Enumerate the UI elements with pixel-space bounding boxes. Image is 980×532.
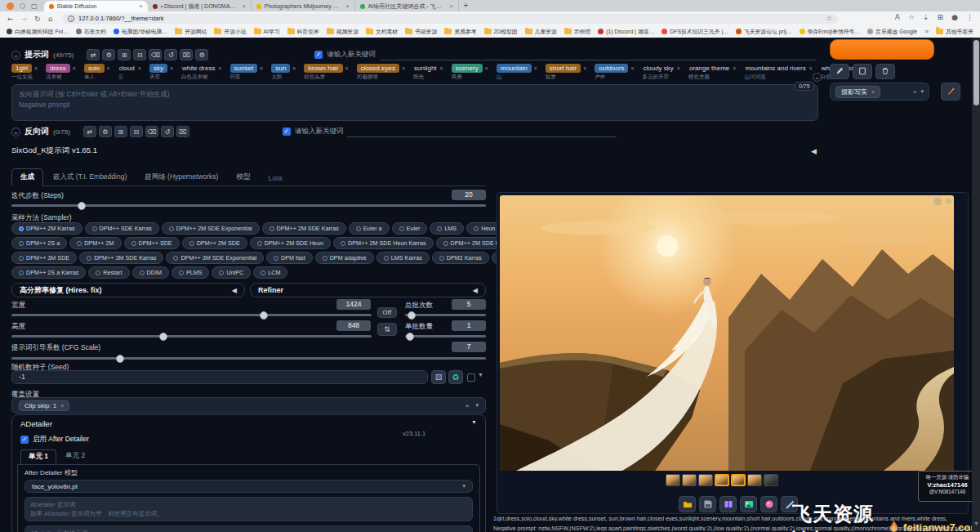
- style-chip[interactable]: 摄影写实 ×: [835, 86, 880, 98]
- batch-size-slider[interactable]: [405, 335, 486, 338]
- bookmark-item[interactable]: 飞天资源论坛 prij…: [736, 28, 792, 36]
- tag-remove-icon[interactable]: ×: [583, 65, 586, 71]
- cfg-value[interactable]: 7: [452, 342, 486, 352]
- delete-style-button[interactable]: [875, 64, 895, 79]
- keyword-input[interactable]: [380, 50, 817, 60]
- bookmark-item[interactable]: DFS技术知识三孔齐 |…: [662, 28, 728, 36]
- tag-chip[interactable]: scenery: [452, 64, 483, 73]
- negative-tool-icon[interactable]: ⚙: [99, 126, 112, 137]
- dropdown-arrow-icon[interactable]: ▾: [475, 402, 479, 409]
- tag-remove-icon[interactable]: ×: [345, 65, 349, 71]
- tag-chip[interactable]: mountain: [497, 64, 532, 73]
- bookmarks-overflow-icon[interactable]: »: [925, 28, 929, 35]
- height-value[interactable]: 848: [336, 320, 371, 331]
- width-slider[interactable]: [11, 314, 372, 316]
- tag-chip[interactable]: 1girl: [11, 64, 32, 73]
- browser-tab[interactable]: AI绘画社区关键词合成 - 飞天云… ×: [355, 1, 459, 11]
- tag-remove-icon[interactable]: ×: [485, 65, 488, 71]
- prompt-tag[interactable]: cloud × 云: [118, 64, 141, 81]
- tag-remove-icon[interactable]: ×: [218, 65, 221, 71]
- prompt-tool-icon[interactable]: ⊞: [118, 49, 131, 60]
- sampler-option[interactable]: UniPC: [212, 266, 251, 279]
- save-zip-button[interactable]: [719, 496, 737, 512]
- prompt-tool-icon[interactable]: ↺: [164, 49, 177, 60]
- tag-remove-icon[interactable]: ×: [107, 65, 110, 71]
- reuse-seed-recycle-button[interactable]: ♻: [448, 370, 463, 384]
- batch-count-slider[interactable]: [405, 314, 486, 316]
- tag-remove-icon[interactable]: ×: [534, 65, 537, 71]
- browser-action-icon[interactable]: ⇣: [923, 13, 929, 21]
- tag-chip[interactable]: closed eyes: [357, 64, 399, 73]
- generation-tab[interactable]: 嵌入式 (T.I. Embedding): [45, 169, 135, 186]
- negative-tool-icon[interactable]: ⊞: [114, 126, 127, 137]
- bookmark-item[interactable]: (1) Discord | 频道…: [598, 28, 654, 36]
- generation-tab[interactable]: 模型: [228, 169, 258, 186]
- gallery-thumbnail[interactable]: [666, 474, 680, 486]
- sampler-option[interactable]: DDIM: [132, 266, 169, 279]
- close-image-icon[interactable]: ×: [947, 197, 951, 205]
- tag-chip[interactable]: outdoors: [595, 64, 628, 73]
- tag-chip[interactable]: mountains and rivers: [744, 64, 806, 73]
- width-value[interactable]: 1424: [336, 299, 371, 310]
- negative-tool-icon[interactable]: ⊟: [130, 126, 143, 137]
- tag-remove-icon[interactable]: ×: [630, 65, 634, 71]
- prompt-tag[interactable]: closed eyes × 闭着眼睛: [357, 64, 405, 81]
- bookmark-item[interactable]: 开源网站: [175, 28, 207, 36]
- bookmark-item[interactable]: 白嫖视频剪辑图 Fol…: [7, 28, 69, 36]
- browser-action-icon[interactable]: ●: [951, 13, 958, 21]
- browser-tab[interactable]: Photographers Midjourney 关键… ×: [252, 1, 355, 11]
- sampler-option[interactable]: DPM++ 3M SDE: [11, 252, 77, 264]
- tag-remove-icon[interactable]: ×: [292, 65, 296, 71]
- scrollbar-thumb[interactable]: [973, 40, 979, 105]
- browser-action-icon[interactable]: ⊞: [938, 13, 944, 21]
- batch-count-value[interactable]: 5: [452, 299, 486, 310]
- tab-close-icon[interactable]: ×: [345, 3, 349, 9]
- site-info-icon[interactable]: i: [68, 16, 74, 22]
- bookmark-item[interactable]: 视频资源: [327, 28, 359, 36]
- styles-dropdown[interactable]: 摄影写实 × × ▾: [830, 83, 929, 101]
- tag-chip[interactable]: brown hair: [304, 64, 342, 73]
- card-view-button[interactable]: [853, 64, 872, 79]
- adetailer-prompt-textarea[interactable]: ADetailer 提示词 如果 ADetailer 提示词为空，则使用正向提示…: [24, 497, 473, 521]
- new-tab-button[interactable]: +: [459, 1, 475, 11]
- prompt-tag[interactable]: 1girl × 一位女孩: [11, 64, 38, 81]
- generate-button[interactable]: [830, 39, 934, 60]
- height-slider[interactable]: [11, 335, 372, 338]
- swap-dimensions-button[interactable]: ⇅: [377, 323, 397, 336]
- bookmark-item[interactable]: 示例馆: [564, 28, 590, 36]
- prompt-tag[interactable]: scenery × 风景: [452, 64, 488, 81]
- random-seed-dice-button[interactable]: ⚄: [431, 370, 446, 384]
- adetailer-unit-tab[interactable]: 单元 1: [20, 449, 56, 464]
- prompt-tool-icon[interactable]: ⌫: [149, 49, 162, 60]
- refiner-accordion[interactable]: Refiner ◀: [250, 283, 486, 297]
- gallery-thumbnail[interactable]: [715, 474, 729, 486]
- prompt-tag[interactable]: cloudy sky × 多云的天空: [642, 64, 679, 81]
- seed-input[interactable]: -1: [11, 370, 428, 384]
- bookmark-item[interactable]: 石墨文档: [76, 28, 106, 36]
- clear-all-icon[interactable]: ×: [466, 402, 470, 409]
- slider-thumb[interactable]: [78, 202, 86, 210]
- sampler-option[interactable]: Euler: [392, 222, 428, 235]
- sampler-option[interactable]: DPM2 Karras: [432, 252, 489, 264]
- batch-size-value[interactable]: 1: [452, 320, 486, 331]
- adetailer-model-dropdown[interactable]: face_yolov8n.pt ▾: [24, 480, 473, 493]
- tag-chip[interactable]: solo: [84, 64, 105, 73]
- tab-close-icon[interactable]: ×: [139, 3, 142, 9]
- tag-chip[interactable]: sunset: [230, 64, 258, 73]
- tag-chip[interactable]: sun: [271, 64, 290, 73]
- override-settings-dropdown[interactable]: Clip skip: 1 × × ▾: [11, 397, 486, 414]
- negative-prompt-textarea[interactable]: 反向提示词 (按 Ctrl+Enter 或 Alt+Enter 开始生成) Ne…: [11, 84, 818, 121]
- other-bookmarks[interactable]: 其他书签夹: [936, 28, 973, 36]
- browser-tab[interactable]: • Discord | 频道 | DONGMAN… ×: [148, 1, 252, 11]
- bookmark-item[interactable]: AI学习: [254, 28, 280, 36]
- sampler-option[interactable]: PLMS: [172, 266, 210, 279]
- workspaces-icon[interactable]: ⬡: [20, 2, 25, 10]
- tag-chip[interactable]: cloud: [118, 64, 136, 73]
- gallery-thumbnail[interactable]: [731, 474, 746, 486]
- prompt-tool-icon[interactable]: ⌧: [180, 49, 193, 60]
- tag-chip[interactable]: sunlight: [413, 64, 438, 73]
- override-chip[interactable]: Clip skip: 1 ×: [19, 400, 69, 411]
- tag-remove-icon[interactable]: ×: [34, 65, 38, 71]
- prompt-tag[interactable]: orange theme × 橙色主题: [688, 64, 736, 81]
- adetailer-unit-tab[interactable]: 单元 2: [58, 449, 92, 464]
